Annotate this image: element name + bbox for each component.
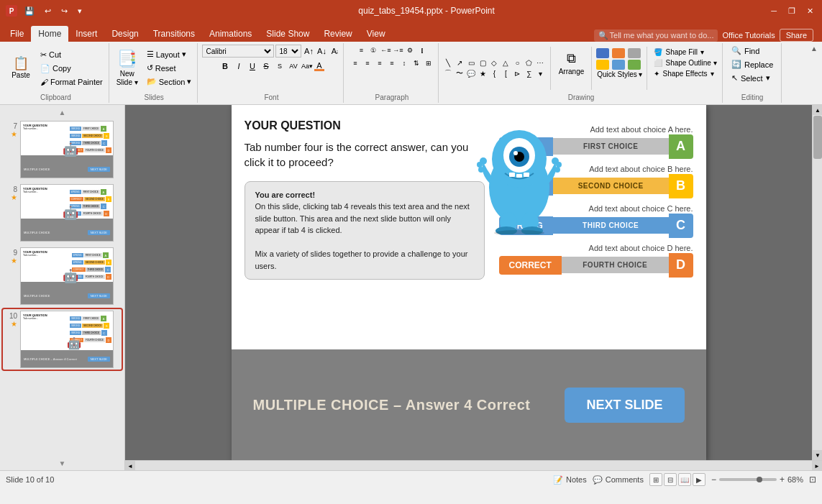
minimize-btn[interactable]: ─ xyxy=(768,5,780,17)
align-text-button[interactable]: ⊞ xyxy=(423,58,434,69)
scroll-up-btn[interactable]: ▲ xyxy=(59,109,66,116)
slideshow-view-btn[interactable]: ▶ xyxy=(693,473,705,486)
quick-styles-label[interactable]: Quick Styles ▾ xyxy=(597,70,642,78)
office-tutorials-btn[interactable]: Office Tutorials xyxy=(722,31,775,40)
zoom-out-btn[interactable]: − xyxy=(711,475,716,485)
shape-arrow[interactable]: ↗ xyxy=(455,58,465,68)
shape-fill-button[interactable]: 🪣 Shape Fill ▾ xyxy=(652,47,718,57)
select-button[interactable]: ↖ Select ▾ xyxy=(729,72,776,84)
reading-view-btn[interactable]: 📖 xyxy=(678,473,691,486)
slide-sorter-btn[interactable]: ⊟ xyxy=(664,473,677,486)
search-bar[interactable]: 🔍 Tell me what you want to do... xyxy=(594,29,718,42)
choice-d-label-btn[interactable]: FOURTH CHOICE xyxy=(562,257,669,273)
font-size-select[interactable]: 18 xyxy=(275,45,301,58)
case-button[interactable]: Aa▾ xyxy=(301,60,314,73)
vscroll-down-btn[interactable]: ▼ xyxy=(813,450,822,460)
shape-bracket[interactable]: [ xyxy=(501,68,511,78)
slide-thumb-7[interactable]: 7 ★ YOUR QUESTION Tab number... WRONG FI… xyxy=(3,119,122,180)
increase-indent-button[interactable]: →≡ xyxy=(392,45,403,56)
vscroll-thumb[interactable] xyxy=(813,116,822,159)
choice-c-label-btn[interactable]: THIRD CHOICE xyxy=(553,217,669,234)
shape-freeform[interactable]: 〜 xyxy=(455,68,465,78)
hscroll-left-btn[interactable]: ◄ xyxy=(125,461,135,470)
normal-view-btn[interactable]: ⊞ xyxy=(649,473,662,486)
shape-line[interactable]: ╲ xyxy=(443,58,453,68)
find-button[interactable]: 🔍 Find xyxy=(729,45,776,57)
bold-button[interactable]: B xyxy=(219,60,232,73)
qs-cell-4[interactable] xyxy=(596,60,609,70)
slide-thumb-10[interactable]: 10 ★ YOUR QUESTION Tab number... WRONG F… xyxy=(3,309,122,370)
font-name-select[interactable]: Calibri xyxy=(202,45,274,58)
shape-pentagon[interactable]: ⬠ xyxy=(524,58,534,68)
shape-equation[interactable]: ∑ xyxy=(524,68,534,78)
close-btn[interactable]: ✕ xyxy=(804,5,816,17)
tab-view[interactable]: View xyxy=(360,26,393,42)
tab-slideshow[interactable]: Slide Show xyxy=(259,26,316,42)
tab-animations[interactable]: Animations xyxy=(202,26,259,42)
shape-callout[interactable]: 💬 xyxy=(466,68,476,78)
align-right-button[interactable]: ≡ xyxy=(374,58,385,69)
restore-btn[interactable]: ❐ xyxy=(785,5,798,17)
qs-cell-1[interactable] xyxy=(596,48,609,58)
undo-quickaccess[interactable]: ↩ xyxy=(42,5,54,17)
redo-quickaccess[interactable]: ↪ xyxy=(58,5,70,17)
shape-triangle[interactable]: △ xyxy=(501,58,511,68)
comments-btn[interactable]: 💬 Comments xyxy=(593,475,644,485)
qs-cell-5[interactable] xyxy=(612,60,625,70)
font-color-button[interactable]: A xyxy=(314,61,324,71)
tab-review[interactable]: Review xyxy=(316,26,359,42)
justify-button[interactable]: ≡ xyxy=(386,58,398,69)
shape-circle[interactable]: ○ xyxy=(512,58,522,68)
slide-thumb-8[interactable]: 8 ★ YOUR QUESTION Tab number... WRONG FI… xyxy=(3,183,122,243)
layout-button[interactable]: ☰ Layout ▾ xyxy=(144,48,195,60)
format-painter-button[interactable]: 🖌 Format Painter xyxy=(37,76,106,88)
collapse-ribbon-btn[interactable]: ▲ xyxy=(810,45,818,52)
choice-d-correct-btn[interactable]: CORRECT xyxy=(499,256,562,275)
replace-button[interactable]: 🔄 Replace xyxy=(729,58,776,70)
decrease-indent-button[interactable]: ←≡ xyxy=(380,45,391,56)
choice-d-row[interactable]: CORRECT FOURTH CHOICE D xyxy=(499,253,693,278)
qs-cell-2[interactable] xyxy=(612,48,625,58)
shape-rect[interactable]: ▭ xyxy=(466,58,476,68)
tab-home[interactable]: Home xyxy=(31,26,68,42)
shape-effects-button[interactable]: ✦ Shape Effects ▾ xyxy=(652,69,718,78)
share-btn[interactable]: Share xyxy=(780,29,813,42)
reset-button[interactable]: ↺ Reset xyxy=(144,62,195,74)
vscroll-up-btn[interactable]: ▲ xyxy=(813,105,822,115)
spacing-button[interactable]: AV xyxy=(287,60,300,73)
copy-button[interactable]: 📄 Copy xyxy=(37,63,106,75)
font-grow-button[interactable]: A↑ xyxy=(303,45,314,57)
align-left-button[interactable]: ≡ xyxy=(350,58,361,69)
arrange-button[interactable]: ⧉ Arrange xyxy=(555,49,587,78)
font-clear-button[interactable]: Aᵢ xyxy=(329,45,340,57)
choice-a-label-btn[interactable]: FIRST CHOICE xyxy=(553,138,669,155)
text-direction-button[interactable]: ⇅ xyxy=(411,58,422,69)
columns-button[interactable]: ⫿ xyxy=(416,45,428,56)
shape-star[interactable]: ★ xyxy=(478,68,488,78)
smartart-button[interactable]: ⚙ xyxy=(404,45,416,56)
center-button[interactable]: ≡ xyxy=(362,58,373,69)
scroll-down-btn[interactable]: ▼ xyxy=(59,459,66,467)
fit-slide-btn[interactable]: ⊡ xyxy=(809,475,816,485)
hscroll-right-btn[interactable]: ► xyxy=(812,461,822,470)
shape-curve[interactable]: ⌒ xyxy=(443,68,453,78)
numbering-button[interactable]: ① xyxy=(367,45,379,56)
section-button[interactable]: 📂 Section ▾ xyxy=(144,75,195,88)
customize-quickaccess[interactable]: ▾ xyxy=(75,5,85,17)
zoom-slider[interactable] xyxy=(719,478,777,481)
shape-extras[interactable]: ▾ xyxy=(535,68,545,78)
shape-chevron[interactable]: ⊳ xyxy=(512,68,522,78)
new-slide-button[interactable]: 📑 NewSlide ▾ xyxy=(114,47,141,89)
choice-b-label-btn[interactable]: SECOND CHOICE xyxy=(553,178,669,194)
shape-outline-button[interactable]: ⬜ Shape Outline ▾ xyxy=(652,58,718,68)
next-slide-button[interactable]: NEXT SLIDE xyxy=(565,388,684,423)
zoom-in-btn[interactable]: + xyxy=(780,475,785,485)
underline-button[interactable]: U xyxy=(246,60,259,73)
strikethrough-button[interactable]: S xyxy=(260,60,273,73)
font-shrink-button[interactable]: A↓ xyxy=(316,45,327,57)
shape-diamond[interactable]: ◇ xyxy=(489,58,499,68)
shape-brace[interactable]: { xyxy=(489,68,499,78)
shadow-button[interactable]: S xyxy=(273,60,286,73)
bullets-button[interactable]: ≡ xyxy=(355,45,367,56)
shape-more[interactable]: ⋯ xyxy=(535,58,545,68)
